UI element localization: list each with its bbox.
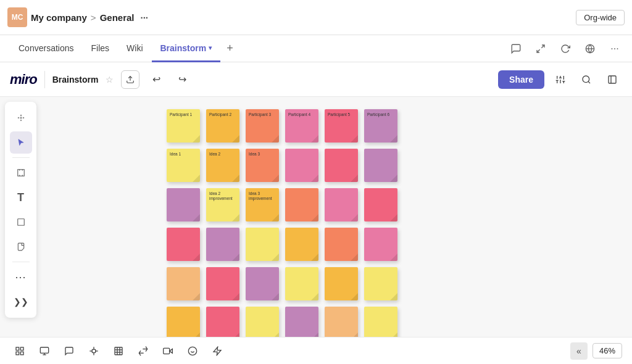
reactions-button[interactable] xyxy=(183,341,202,361)
toolbar-divider xyxy=(44,71,45,88)
sticky-note[interactable] xyxy=(285,149,318,182)
share-button[interactable]: Share xyxy=(498,70,544,89)
svg-line-0 xyxy=(541,45,544,48)
canvas-area: T ··· ❯❯ Participant 1Participant 2Parti… xyxy=(0,97,632,337)
company-name: My company xyxy=(31,12,87,23)
sticky-note[interactable] xyxy=(285,228,318,261)
mind-map-button[interactable] xyxy=(84,341,104,361)
undo-button[interactable]: ↩ xyxy=(147,70,165,89)
svg-rect-36 xyxy=(92,349,95,352)
sticky-note[interactable] xyxy=(206,307,239,337)
sticky-note[interactable] xyxy=(246,228,279,261)
nav-right-icons: ··· xyxy=(509,41,622,56)
add-tab-button[interactable]: + xyxy=(220,42,239,55)
top-right-actions: Org-wide xyxy=(576,10,625,25)
chat-icon[interactable] xyxy=(509,41,523,56)
sticky-note[interactable] xyxy=(325,149,358,182)
sticky-note[interactable] xyxy=(325,228,358,261)
sticky-note[interactable] xyxy=(325,267,358,300)
sticky-note[interactable] xyxy=(167,307,200,337)
lightning-button[interactable] xyxy=(207,341,227,361)
sticky-note[interactable] xyxy=(246,307,279,337)
search-icon[interactable] xyxy=(576,70,596,89)
shape-tool-button[interactable] xyxy=(10,211,32,233)
expand-icon[interactable] xyxy=(533,41,548,56)
upload-button[interactable] xyxy=(121,70,139,89)
toolbar-separator-2 xyxy=(12,262,30,262)
expand-toolbar-button[interactable]: ❯❯ xyxy=(10,291,32,313)
canvas-board[interactable]: Participant 1Participant 2Participant 3P… xyxy=(0,97,632,337)
channel-options[interactable]: ··· xyxy=(141,12,149,23)
sticky-note[interactable]: Participant 1 xyxy=(167,109,200,143)
sticky-note[interactable] xyxy=(285,307,318,337)
org-wide-button[interactable]: Org-wide xyxy=(576,10,625,25)
svg-rect-32 xyxy=(20,352,23,355)
sticky-note[interactable] xyxy=(364,149,397,182)
collapse-panel-button[interactable]: « xyxy=(570,342,588,360)
svg-marker-53 xyxy=(214,347,221,355)
sticky-note[interactable] xyxy=(364,267,397,300)
sticky-note[interactable] xyxy=(167,188,200,221)
favorite-icon[interactable]: ☆ xyxy=(106,75,114,85)
tab-brainstorm[interactable]: Brainstorm ▾ xyxy=(152,35,221,62)
embed-button[interactable] xyxy=(133,341,153,361)
svg-point-19 xyxy=(20,115,21,115)
sticky-note[interactable] xyxy=(167,267,200,300)
sticky-note[interactable] xyxy=(364,228,397,261)
bottom-right-actions: « 46% xyxy=(570,342,622,360)
sticky-note[interactable]: Participant 5 xyxy=(325,109,358,143)
more-options-icon[interactable]: ··· xyxy=(607,41,622,56)
globe-icon[interactable] xyxy=(583,41,597,56)
panel-icon[interactable] xyxy=(602,70,622,89)
tab-wiki-label: Wiki xyxy=(127,43,143,53)
video-button[interactable] xyxy=(158,341,178,361)
left-toolbar: T ··· ❯❯ xyxy=(5,102,37,318)
redo-button[interactable]: ↪ xyxy=(173,70,191,89)
svg-rect-23 xyxy=(17,170,24,176)
breadcrumb-separator: > xyxy=(91,12,96,23)
svg-rect-41 xyxy=(115,347,122,355)
sticky-note[interactable] xyxy=(364,188,397,221)
sticky-note[interactable]: Participant 3 xyxy=(246,109,279,143)
cursor-tool-button[interactable] xyxy=(10,131,32,154)
tab-conversations[interactable]: Conversations xyxy=(10,35,83,62)
pan-tool-button[interactable] xyxy=(10,107,32,129)
sticky-note-button[interactable] xyxy=(10,236,32,258)
tab-brainstorm-label: Brainstorm ▾ xyxy=(160,43,212,53)
sticky-note[interactable] xyxy=(364,307,397,337)
sticky-note[interactable] xyxy=(325,188,358,221)
sticky-note[interactable] xyxy=(206,267,239,300)
board-title: Brainstorm xyxy=(52,75,99,85)
miro-right-actions: Share xyxy=(498,70,622,89)
sticky-note[interactable] xyxy=(246,267,279,300)
sticky-note[interactable]: Idea 3 improvement xyxy=(246,188,279,221)
sticky-note[interactable]: Idea 2 xyxy=(206,149,239,182)
comment-button[interactable] xyxy=(59,341,79,361)
sticky-note[interactable] xyxy=(167,228,200,261)
text-tool-button[interactable]: T xyxy=(10,186,32,209)
sticky-note[interactable] xyxy=(285,267,318,300)
sticky-note[interactable]: Idea 2 improvement xyxy=(206,188,239,221)
sticky-note[interactable] xyxy=(285,188,318,221)
refresh-icon[interactable] xyxy=(558,41,573,56)
frame-tool-button[interactable] xyxy=(10,162,32,184)
present-button[interactable] xyxy=(35,341,54,361)
more-tools-button[interactable]: ··· xyxy=(10,266,32,288)
sticky-note[interactable]: Idea 3 xyxy=(246,149,279,182)
settings-icon[interactable] xyxy=(551,70,570,89)
sticky-note[interactable]: Participant 4 xyxy=(285,109,318,143)
sticky-note[interactable] xyxy=(206,228,239,261)
tab-wiki[interactable]: Wiki xyxy=(118,35,151,62)
grid-view-button[interactable] xyxy=(10,341,30,361)
sticky-note[interactable]: Participant 2 xyxy=(206,109,239,143)
table-button[interactable] xyxy=(109,341,128,361)
sticky-note[interactable]: Idea 1 xyxy=(167,149,200,182)
sticky-note[interactable] xyxy=(325,307,358,337)
tab-files[interactable]: Files xyxy=(83,35,118,62)
svg-line-15 xyxy=(588,81,590,83)
miro-logo: miro xyxy=(10,72,37,88)
svg-rect-30 xyxy=(20,347,23,350)
svg-line-1 xyxy=(537,49,540,52)
svg-rect-29 xyxy=(16,347,19,350)
sticky-note[interactable]: Participant 6 xyxy=(364,109,397,143)
